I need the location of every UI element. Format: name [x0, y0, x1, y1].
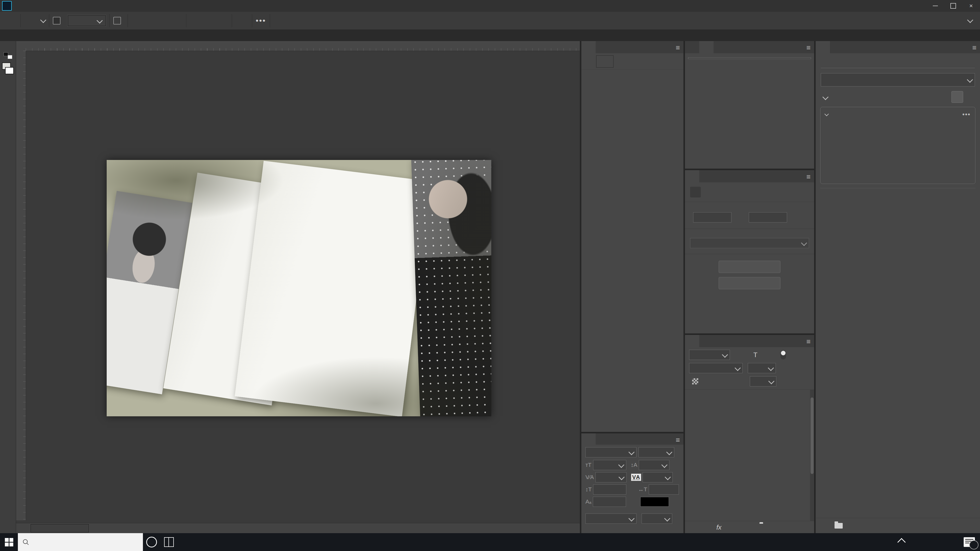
layer-style-icon[interactable]: fx	[716, 524, 721, 531]
blend-mode-dropdown[interactable]	[689, 363, 743, 373]
font-size-field[interactable]	[593, 460, 626, 470]
view-by-chevron-icon[interactable]	[822, 94, 829, 100]
antialias-dropdown[interactable]	[641, 513, 672, 524]
fill-field[interactable]	[750, 376, 776, 386]
foreground-background-swatches[interactable]	[2, 62, 14, 74]
panel-menu-icon[interactable]: ≡	[807, 173, 811, 181]
delete-item-icon[interactable]	[967, 522, 975, 530]
new-document-from-state-icon[interactable]	[648, 421, 657, 430]
pasteboard[interactable]	[26, 51, 580, 520]
distribute-middle-icon[interactable]	[203, 14, 215, 27]
list-view-button[interactable]	[963, 91, 975, 103]
show-transform-checkbox[interactable]	[113, 17, 121, 24]
auto-select-checkbox[interactable]	[53, 17, 60, 24]
horizontal-ruler[interactable]	[26, 41, 580, 51]
home-icon[interactable]	[3, 14, 17, 28]
filter-adjustment-layers-icon[interactable]	[743, 351, 751, 359]
workspace-chevron-icon[interactable]	[967, 17, 973, 23]
layer-filter-dropdown[interactable]	[689, 350, 730, 360]
group-menu-icon[interactable]: •••	[963, 111, 970, 118]
volume-icon[interactable]	[911, 538, 920, 546]
delete-state-icon[interactable]	[672, 421, 681, 430]
new-snapshot-icon[interactable]	[660, 421, 669, 430]
tab-adjustments[interactable]	[699, 170, 714, 183]
taskbar-search-input[interactable]	[33, 538, 139, 546]
new-library-icon[interactable]	[835, 523, 843, 529]
default-colors-icon[interactable]	[3, 52, 12, 59]
tab-color[interactable]	[685, 41, 699, 53]
move-tool-icon[interactable]	[24, 14, 38, 28]
align-middle-icon[interactable]	[170, 14, 183, 27]
leading-field[interactable]	[639, 460, 670, 470]
3d-pan-icon[interactable]	[303, 14, 315, 27]
background-color-swatch[interactable]	[5, 67, 14, 74]
chevron-down-icon[interactable]	[40, 17, 46, 23]
lock-position-icon[interactable]	[711, 378, 718, 385]
distribute-top-icon[interactable]	[190, 14, 203, 27]
history-snapshot[interactable]	[581, 53, 683, 70]
panel-menu-icon[interactable]: ≡	[807, 338, 811, 346]
auto-select-dropdown[interactable]	[68, 15, 106, 26]
tab-libraries[interactable]	[816, 41, 830, 53]
vertical-ruler[interactable]	[16, 51, 26, 520]
workspace-icon[interactable]	[953, 14, 966, 27]
distribute-horizontal-icon[interactable]	[235, 14, 248, 27]
maximize-button[interactable]	[944, 0, 962, 12]
lock-all-icon[interactable]	[730, 378, 737, 385]
y-field[interactable]	[749, 212, 787, 222]
3d-orbit-icon[interactable]	[277, 14, 290, 27]
action-center-icon[interactable]	[964, 537, 975, 547]
onedrive-icon[interactable]	[926, 538, 935, 546]
lock-transparency-icon[interactable]	[692, 378, 698, 384]
libraries-search-input[interactable]	[831, 58, 971, 66]
tab-swatches[interactable]	[699, 41, 714, 53]
add-mask-icon[interactable]	[728, 523, 737, 532]
lock-pixels-icon[interactable]	[701, 378, 708, 385]
tab-paragraph[interactable]	[596, 433, 610, 445]
kerning-field[interactable]	[595, 472, 627, 483]
quick-mask-icon[interactable]	[1, 79, 15, 94]
lock-artboard-icon[interactable]	[721, 378, 727, 385]
panel-menu-icon[interactable]: ≡	[807, 44, 811, 52]
3d-roll-icon[interactable]	[290, 14, 303, 27]
library-selector[interactable]	[821, 73, 975, 86]
delete-swatch-icon[interactable]	[803, 159, 811, 167]
close-button[interactable]: ×	[962, 0, 980, 12]
align-right-icon[interactable]	[157, 14, 170, 27]
layer-comp-dropdown[interactable]	[690, 238, 809, 248]
filter-toggle[interactable]	[780, 350, 786, 359]
tab-properties[interactable]	[685, 170, 699, 183]
cortana-button[interactable]	[143, 533, 160, 551]
align-center-icon[interactable]	[144, 14, 157, 27]
task-view-button[interactable]	[160, 533, 178, 551]
filter-type-layers-icon[interactable]: T	[753, 351, 757, 359]
search-icon[interactable]	[940, 14, 953, 27]
new-adjustment-layer-icon[interactable]	[743, 523, 752, 532]
edit-contents-button[interactable]	[719, 261, 780, 273]
panel-menu-icon[interactable]: ≡	[972, 44, 977, 52]
filter-pixel-layers-icon[interactable]	[732, 351, 741, 359]
3d-slide-icon[interactable]	[315, 14, 328, 27]
add-content-icon[interactable]	[820, 522, 829, 530]
new-layer-icon[interactable]	[774, 523, 783, 532]
grid-view-button[interactable]	[951, 91, 963, 103]
minimize-button[interactable]	[926, 0, 944, 12]
wifi-icon[interactable]	[942, 538, 950, 546]
taskbar-search[interactable]	[18, 533, 143, 551]
horizontal-scale-field[interactable]	[649, 484, 679, 495]
document-mockup[interactable]	[107, 160, 491, 416]
text-color-swatch[interactable]	[640, 497, 669, 507]
tab-channels[interactable]	[699, 335, 714, 347]
delete-layer-icon[interactable]	[789, 523, 798, 532]
tab-paths[interactable]	[714, 335, 728, 347]
tab-history[interactable]	[581, 41, 596, 53]
panel-menu-icon[interactable]: ≡	[676, 44, 680, 52]
more-options-icon[interactable]: •••	[256, 16, 266, 25]
link-layers-icon[interactable]	[701, 523, 710, 532]
tracking-field[interactable]	[643, 472, 673, 483]
font-style-dropdown[interactable]	[638, 447, 674, 457]
align-left-icon[interactable]	[131, 14, 144, 27]
start-button[interactable]	[0, 533, 18, 551]
vertical-scale-field[interactable]	[593, 484, 626, 495]
toolbar-collapse-icon[interactable]	[0, 41, 16, 50]
